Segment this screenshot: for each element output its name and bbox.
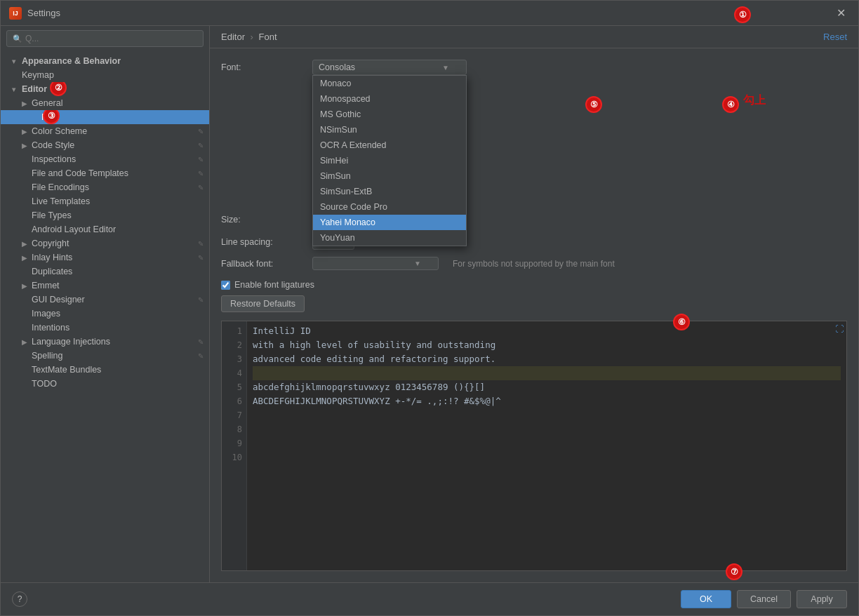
dropdown-item-simhei[interactable]: SimHei — [313, 153, 466, 168]
help-button[interactable]: ? — [12, 591, 27, 607]
sidebar: 🔍 ▾ Appearance & Behavior Keymap ▾ Edit — [1, 26, 210, 582]
sidebar-item-inspections[interactable]: Inspections ✎ — [1, 152, 209, 166]
enable-ligatures-label: Enable font ligatures — [234, 280, 314, 290]
sidebar-item-duplicates[interactable]: Duplicates — [1, 265, 209, 279]
title-bar: IJ Settings ① ✕ — [1, 1, 858, 26]
badge-icon: ✎ — [198, 240, 204, 248]
dropdown-item-yahei[interactable]: Yahei Monaco — [313, 215, 466, 230]
code-line-8 — [253, 422, 841, 436]
label-check: 勾上 — [743, 93, 766, 108]
gutter-line-1: 1 — [222, 324, 246, 338]
dropdown-item-monospaced[interactable]: Monospaced — [313, 91, 466, 107]
sidebar-item-todo[interactable]: TODO — [1, 377, 209, 391]
sidebar-item-general[interactable]: ▶ General — [1, 96, 209, 110]
gutter-line-6: 6 — [222, 394, 246, 408]
sidebar-item-label: Duplicates — [32, 267, 72, 276]
sidebar-item-label: Images — [32, 309, 60, 319]
font-panel: Font: Consolas ▼ Monaco Monospaced M — [210, 48, 858, 582]
breadcrumb-editor: Editor — [221, 32, 245, 42]
sidebar-item-font[interactable]: Font ③ — [1, 110, 209, 124]
preview-area: 1 2 3 4 5 6 7 8 9 10 IntelliJ ID with a … — [221, 321, 847, 571]
sidebar-item-language-injections[interactable]: ▶ Language Injections ✎ — [1, 335, 209, 349]
sidebar-item-live-templates[interactable]: Live Templates — [1, 194, 209, 208]
code-line-9 — [253, 436, 841, 450]
dropdown-item-ocr[interactable]: OCR A Extended — [313, 138, 466, 153]
dropdown-item-youyuan[interactable]: YouYuan — [313, 230, 466, 246]
sidebar-item-label: Inlay Hints — [32, 253, 72, 262]
sidebar-item-label: Live Templates — [32, 196, 90, 206]
search-box[interactable]: 🔍 — [6, 30, 204, 47]
sidebar-item-file-types[interactable]: File Types — [1, 208, 209, 222]
expand-icon: ▶ — [22, 282, 32, 290]
sidebar-item-label: TODO — [32, 379, 57, 389]
sidebar-item-code-style[interactable]: ▶ Code Style ✎ — [1, 138, 209, 152]
badge-icon: ✎ — [198, 254, 204, 262]
sidebar-item-label: Copyright — [32, 239, 69, 248]
font-label: Font: — [221, 62, 312, 72]
preview-gutter: 1 2 3 4 5 6 7 8 9 10 — [222, 321, 247, 570]
preview-code: IntelliJ ID with a high level of usabili… — [247, 321, 846, 570]
code-line-1: IntelliJ ID — [253, 324, 841, 338]
badge-icon: ✎ — [198, 142, 204, 149]
sidebar-item-label: Code Style — [32, 140, 74, 150]
code-line-5: abcdefghijklmnopqrstuvwxyz 0123456789 ()… — [253, 380, 841, 394]
badge-icon: ✎ — [198, 338, 204, 346]
dropdown-arrow-icon: ▼ — [414, 260, 421, 267]
sidebar-item-intentions[interactable]: Intentions — [1, 321, 209, 335]
enable-ligatures-checkbox[interactable] — [221, 281, 230, 290]
dropdown-item-monaco[interactable]: Monaco — [313, 76, 466, 91]
fallback-dropdown[interactable]: ▼ — [312, 257, 439, 270]
font-row: Font: Consolas ▼ Monaco Monospaced M — [221, 60, 847, 75]
restore-defaults-button[interactable]: Restore Defaults — [221, 295, 305, 312]
gutter-line-5: 5 — [222, 380, 246, 394]
dropdown-item-simsun-extb[interactable]: SimSun-ExtB — [313, 184, 466, 199]
preview-corner-icon: ⛶ — [835, 324, 844, 334]
sidebar-item-label: Android Layout Editor — [32, 225, 116, 234]
badge-icon: ✎ — [198, 352, 204, 360]
search-input[interactable] — [25, 34, 197, 43]
expand-icon: ▶ — [22, 254, 32, 262]
font-value: Consolas — [319, 62, 355, 72]
dropdown-item-nsimsun[interactable]: NSimSun — [313, 122, 466, 138]
dropdown-item-source-code-pro[interactable]: Source Code Pro — [313, 199, 466, 215]
cancel-button[interactable]: Cancel — [737, 590, 791, 608]
font-dropdown-list[interactable]: Monaco Monospaced MS Gothic NSimSun OCR … — [312, 75, 467, 246]
fallback-note: For symbols not supported by the main fo… — [453, 259, 615, 269]
sidebar-item-label: Keymap — [22, 70, 54, 80]
sidebar-item-label: File Types — [32, 210, 72, 220]
annotation-2: ② — [50, 82, 67, 96]
gutter-line-8: 8 — [222, 422, 246, 436]
breadcrumb-bar: Editor › Font Reset — [210, 26, 858, 48]
sidebar-item-spelling[interactable]: Spelling ✎ — [1, 349, 209, 363]
font-control: Consolas ▼ Monaco Monospaced MS Gothic N… — [312, 60, 467, 75]
code-line-10 — [253, 450, 841, 464]
sidebar-item-inlay-hints[interactable]: ▶ Inlay Hints ✎ — [1, 250, 209, 265]
sidebar-item-gui-designer[interactable]: GUI Designer ✎ — [1, 293, 209, 307]
sidebar-item-label: File Encodings — [32, 182, 89, 192]
dropdown-item-ms-gothic[interactable]: MS Gothic — [313, 107, 466, 122]
sidebar-item-file-code-templates[interactable]: File and Code Templates ✎ — [1, 166, 209, 180]
font-dropdown-container: Consolas ▼ Monaco Monospaced MS Gothic N… — [312, 60, 467, 75]
sidebar-item-appearance[interactable]: ▾ Appearance & Behavior — [1, 54, 209, 68]
sidebar-item-file-encodings[interactable]: File Encodings ✎ — [1, 180, 209, 194]
code-line-4 — [253, 366, 841, 380]
close-button[interactable]: ✕ — [832, 5, 850, 21]
restore-row: Restore Defaults — [221, 295, 847, 312]
sidebar-item-color-scheme[interactable]: ▶ Color Scheme ✎ — [1, 124, 209, 138]
sidebar-item-label: Intentions — [32, 323, 69, 333]
font-dropdown[interactable]: Consolas ▼ — [312, 60, 467, 75]
fallback-row: Fallback font: ▼ For symbols not support… — [221, 257, 847, 270]
gutter-line-10: 10 — [222, 450, 246, 464]
dropdown-item-simsun[interactable]: SimSun — [313, 168, 466, 184]
sidebar-item-android-layout[interactable]: Android Layout Editor — [1, 222, 209, 236]
apply-button[interactable]: Apply — [797, 590, 847, 608]
sidebar-item-copyright[interactable]: ▶ Copyright ✎ — [1, 236, 209, 250]
sidebar-item-label: General — [32, 98, 62, 108]
ok-button[interactable]: OK — [681, 590, 731, 608]
reset-link[interactable]: Reset — [823, 32, 847, 42]
sidebar-item-editor[interactable]: ▾ Editor ② — [1, 82, 209, 96]
sidebar-item-emmet[interactable]: ▶ Emmet — [1, 279, 209, 293]
sidebar-item-images[interactable]: Images — [1, 307, 209, 321]
sidebar-item-keymap[interactable]: Keymap — [1, 68, 209, 82]
sidebar-item-textmate[interactable]: TextMate Bundles — [1, 363, 209, 377]
